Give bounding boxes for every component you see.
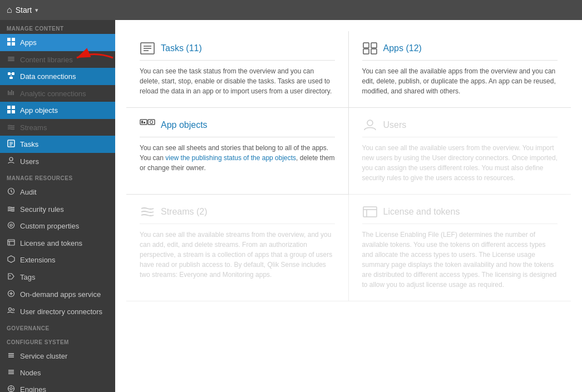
start-label: Start (16, 6, 32, 14)
license-card-body: The License Enabling File (LEF) determin… (362, 230, 558, 290)
sidebar-item-audit[interactable]: Audit (0, 183, 115, 201)
sidebar: MANAGE CONTENT Apps Content libraries (0, 20, 115, 392)
svg-rect-12 (9, 77, 13, 79)
svg-rect-17 (7, 106, 11, 109)
svg-rect-7 (8, 60, 14, 61)
analytic-connections-icon (7, 89, 16, 98)
sidebar-item-app-objects[interactable]: App objects (0, 102, 115, 119)
tasks-icon (7, 140, 16, 149)
tags-label: Tags (20, 273, 108, 281)
app-objects-card: App objects You can see all sheets and s… (126, 108, 349, 195)
governance-header: GOVERNANCE (0, 320, 115, 334)
sidebar-item-tags[interactable]: Tags (0, 269, 115, 286)
app-objects-card-title: App objects (140, 119, 335, 137)
custom-properties-label: Custom properties (20, 222, 108, 230)
engines-icon (7, 385, 16, 392)
app-objects-label: App objects (20, 106, 108, 115)
home-icon: ⌂ (7, 5, 12, 15)
streams-label: Streams (20, 123, 108, 132)
sidebar-item-users[interactable]: Users (0, 153, 115, 170)
content-libraries-label: Content libraries (20, 56, 108, 64)
streams-card: Streams (2) You can see all the availabl… (126, 195, 349, 301)
svg-point-70 (367, 120, 373, 126)
svg-point-37 (12, 309, 14, 311)
topbar: ⌂ Start ▾ (0, 0, 582, 20)
tasks-card: Tasks (11) You can see the task status f… (126, 31, 349, 108)
service-cluster-icon (7, 351, 16, 360)
license-tokens-label: License and tokens (20, 239, 108, 247)
sidebar-item-custom-properties[interactable]: Custom properties (0, 217, 115, 235)
content-grid: Tasks (11) You can see the task status f… (126, 31, 571, 301)
chevron-down-icon: ▾ (35, 7, 38, 14)
svg-rect-3 (12, 42, 15, 46)
sidebar-item-license-tokens[interactable]: License and tokens (0, 235, 115, 251)
security-rules-icon (7, 205, 16, 214)
svg-rect-14 (9, 92, 11, 95)
svg-rect-0 (7, 38, 11, 41)
users-icon (7, 157, 16, 166)
license-card-title: License and tokens (362, 206, 558, 224)
svg-rect-9 (12, 72, 14, 75)
analytic-connections-label: Analytic connections (20, 90, 108, 98)
sidebar-item-nodes[interactable]: Nodes (0, 364, 115, 381)
svg-rect-16 (13, 91, 14, 95)
apps-title-text[interactable]: Apps (12) (383, 43, 422, 53)
users-card-title: Users (362, 119, 558, 137)
streams-icon (7, 123, 16, 132)
svg-rect-8 (8, 72, 11, 75)
manage-content-header: MANAGE CONTENT (0, 20, 115, 34)
svg-rect-63 (363, 49, 369, 54)
sidebar-item-tasks[interactable]: Tasks (0, 136, 115, 153)
on-demand-label: On-demand apps service (20, 290, 108, 299)
users-title-text: Users (383, 120, 407, 130)
users-card-body: You can see all the available users from… (362, 143, 558, 183)
sidebar-item-data-connections[interactable]: Data connections (0, 68, 115, 85)
security-rules-label: Security rules (20, 205, 108, 214)
tasks-title-text[interactable]: Tasks (11) (161, 43, 202, 53)
svg-point-27 (8, 222, 14, 229)
sidebar-item-security-rules[interactable]: Security rules (0, 201, 115, 217)
license-title-text: License and tokens (383, 207, 460, 217)
tags-icon (7, 272, 16, 282)
audit-icon (7, 187, 16, 197)
svg-rect-13 (8, 91, 9, 95)
nodes-label: Nodes (20, 369, 108, 377)
streams-title-text: Streams (2) (161, 207, 208, 217)
main-layout: MANAGE CONTENT Apps Content libraries (0, 20, 582, 392)
sidebar-item-streams[interactable]: Streams (0, 119, 115, 136)
apps-card-icon (362, 42, 378, 54)
start-menu[interactable]: ⌂ Start ▾ (7, 5, 38, 15)
svg-rect-61 (363, 43, 369, 48)
svg-rect-62 (371, 43, 377, 48)
sidebar-item-apps[interactable]: Apps (0, 34, 115, 51)
svg-rect-68 (148, 120, 155, 125)
sidebar-item-content-libraries[interactable]: Content libraries (0, 51, 115, 68)
svg-rect-64 (371, 49, 377, 54)
apps-card: Apps (12) You can see all the available … (349, 31, 571, 108)
content-area: Tasks (11) You can see the task status f… (115, 20, 582, 392)
custom-properties-icon (7, 221, 16, 231)
tasks-card-body: You can see the task status from the ove… (140, 66, 335, 96)
license-card-icon (362, 206, 378, 218)
sidebar-item-analytic-connections[interactable]: Analytic connections (0, 85, 115, 102)
sidebar-item-on-demand[interactable]: On-demand apps service (0, 286, 115, 303)
data-connections-icon (7, 72, 16, 81)
sidebar-item-service-cluster[interactable]: Service cluster (0, 348, 115, 364)
tasks-label: Tasks (20, 140, 108, 148)
sidebar-item-user-directory[interactable]: User directory connectors (0, 303, 115, 320)
svg-point-36 (9, 308, 12, 311)
svg-point-32 (9, 275, 11, 276)
sidebar-item-extensions[interactable]: Extensions (0, 251, 115, 269)
user-directory-icon (7, 307, 16, 316)
sidebar-item-engines[interactable]: Engines (0, 381, 115, 392)
svg-rect-1 (12, 38, 15, 41)
users-card: Users You can see all the available user… (349, 108, 571, 195)
svg-rect-67 (144, 122, 145, 123)
apps-card-body: You can see all the available apps from … (362, 66, 558, 96)
svg-rect-66 (141, 121, 143, 123)
data-connections-label: Data connections (20, 72, 108, 81)
users-label: Users (20, 157, 108, 166)
extensions-label: Extensions (20, 256, 108, 264)
app-objects-title-text[interactable]: App objects (161, 120, 208, 130)
content-libraries-icon (7, 55, 16, 64)
